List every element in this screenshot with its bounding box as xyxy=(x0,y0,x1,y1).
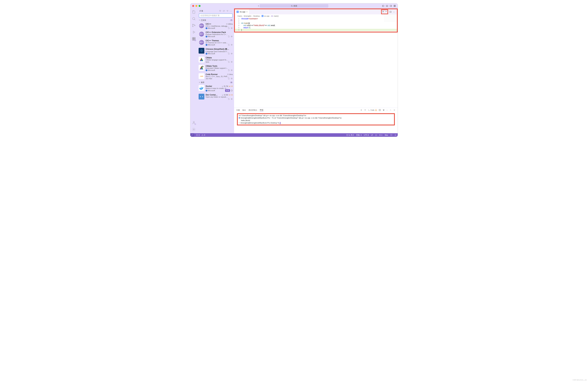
code-editor[interactable]: 1#include<iostream>23int main(){4 std::c… xyxy=(235,18,397,32)
minimap[interactable] xyxy=(384,14,397,22)
maximize-panel-icon[interactable] xyxy=(389,109,392,111)
extension-item[interactable]: C/C++ C/C++100ms C/C++ IntelliSense, deb… xyxy=(197,22,234,30)
layout-sidebar-left-icon[interactable] xyxy=(382,5,384,7)
gear-icon[interactable] xyxy=(231,52,233,55)
section-installed[interactable]: 已安装 7 xyxy=(197,18,234,22)
status-os[interactable]: Mac xyxy=(385,134,388,136)
close-panel-icon[interactable] xyxy=(393,109,396,111)
explorer-icon[interactable] xyxy=(192,10,196,14)
maximize-window[interactable] xyxy=(199,5,201,7)
tab-output[interactable]: 输出 xyxy=(242,109,246,112)
sync-icon[interactable] xyxy=(228,27,230,29)
more-icon[interactable]: ··· xyxy=(230,10,232,12)
refresh-icon[interactable] xyxy=(223,10,225,12)
workbench-body: 3 1 扩展 ··· 已安装 7 xyxy=(190,8,398,133)
command-center[interactable]: 搜索 xyxy=(260,4,328,8)
status-brackets[interactable]: { } xyxy=(375,134,377,136)
sync-icon[interactable] xyxy=(228,98,230,100)
status-encoding[interactable]: UTF-8 xyxy=(364,134,369,136)
svg-point-21 xyxy=(231,45,232,45)
clear-icon[interactable] xyxy=(226,10,229,12)
terminal-profile[interactable]: Code xyxy=(368,109,377,111)
chevron-down-icon[interactable] xyxy=(385,10,387,13)
source-control-icon[interactable] xyxy=(192,23,196,27)
svg-point-20 xyxy=(231,36,232,37)
chevron-down-icon[interactable] xyxy=(364,109,366,111)
gear-icon[interactable] xyxy=(231,61,233,63)
gear-icon[interactable] xyxy=(231,27,233,29)
run-icon[interactable] xyxy=(382,10,384,13)
svg-rect-13 xyxy=(192,39,194,40)
tab-problems[interactable]: 问题 xyxy=(236,109,240,112)
svg-rect-3 xyxy=(390,5,392,7)
settings-gear-icon[interactable] xyxy=(192,128,196,131)
layout-sidebar-right-icon[interactable] xyxy=(390,5,392,7)
close-icon[interactable]: × xyxy=(246,11,248,13)
sync-icon[interactable] xyxy=(228,69,230,71)
close-window[interactable] xyxy=(192,5,194,7)
status-lang[interactable]: C++ xyxy=(379,134,382,136)
search-icon xyxy=(291,5,293,7)
search-icon[interactable] xyxy=(192,17,196,21)
gear-icon[interactable] xyxy=(231,35,233,38)
status-errors[interactable]: 0 xyxy=(196,134,200,136)
new-terminal-icon[interactable] xyxy=(360,109,362,111)
layout-panel-icon[interactable] xyxy=(386,5,388,7)
debug-icon[interactable] xyxy=(192,30,196,34)
split-terminal-icon[interactable] xyxy=(379,109,381,111)
status-spaces[interactable]: 空格: 4 xyxy=(356,134,362,136)
status-feedback-icon[interactable] xyxy=(390,134,392,136)
more-icon[interactable]: ··· xyxy=(393,11,395,13)
svg-rect-6 xyxy=(394,6,395,7)
svg-rect-2 xyxy=(386,5,388,7)
extension-item[interactable]: C/C++ C/C++ Themes UI Themes for C/C++ e… xyxy=(197,39,234,47)
extension-item[interactable]: .run Code Runner14ms Run C, C++, Java, J… xyxy=(197,72,234,81)
layout-customize-icon[interactable] xyxy=(394,5,396,7)
kill-terminal-icon[interactable] xyxy=(382,109,385,111)
sync-icon[interactable] xyxy=(228,77,230,80)
sync-icon[interactable] xyxy=(228,44,230,46)
section-recommended[interactable]: 推荐 6 xyxy=(197,81,234,84)
gear-icon[interactable] xyxy=(231,44,233,46)
vscode-window: 搜索 3 1 扩展 xyxy=(190,3,398,137)
install-button[interactable]: 安装 xyxy=(225,89,230,92)
split-editor-icon[interactable] xyxy=(389,11,392,13)
extension-item[interactable]: CMake Tools Extended CMake support i… ✓M… xyxy=(197,64,234,72)
extensions-icon[interactable]: 3 xyxy=(192,37,196,41)
sync-icon[interactable] xyxy=(228,61,230,63)
tab-terminal[interactable]: 终端 xyxy=(260,109,263,112)
sync-icon[interactable] xyxy=(228,52,230,55)
gear-icon[interactable] xyxy=(231,98,233,100)
extensions-sidebar: 扩展 ··· 已安装 7 C/C++ C/C++100ms C/C++ Inte… xyxy=(197,8,234,133)
extension-item[interactable]: CMake CMake langage support fo… twxs xyxy=(197,56,234,64)
status-bell-icon[interactable] xyxy=(395,134,397,136)
minimize-window[interactable] xyxy=(195,5,197,7)
status-line-col[interactable]: 行 6, 列 2 xyxy=(346,134,354,136)
tab-debug[interactable]: 调试控制台 xyxy=(249,109,257,112)
gear-icon[interactable] xyxy=(231,77,233,80)
sync-icon[interactable] xyxy=(228,35,230,38)
chevron-down-icon xyxy=(199,19,200,21)
status-warnings[interactable]: 0 xyxy=(202,134,205,136)
filter-icon[interactable] xyxy=(219,10,221,12)
account-icon[interactable]: 1 xyxy=(192,121,196,125)
extension-item[interactable]: Chinese (Simplified) (简… Language pack e… xyxy=(197,47,234,56)
svg-point-10 xyxy=(192,26,193,27)
terminal[interactable]: cd "/Users/limengbin/Desktop/" && g++ ex… xyxy=(234,112,398,127)
more-icon[interactable]: ··· xyxy=(386,109,388,111)
extension-item[interactable]: C/C++ C/C++ Extension Pack Popular exten… xyxy=(197,30,234,39)
bottom-panel: 问题 输出 调试控制台 终端 Code ··· xyxy=(234,108,398,133)
gear-icon[interactable] xyxy=(231,69,233,71)
breadcrumbs[interactable]: Users › limengbin › Desktop › C+ ex.cpp … xyxy=(235,14,397,18)
tab-ex-cpp[interactable]: C+ ex.cpp × xyxy=(235,9,250,14)
extension-item[interactable]: Dev Contai…⭳ 19.4M ★ 4.5 Open any folder… xyxy=(197,93,234,101)
cpp-file-icon: C+ xyxy=(236,11,239,13)
svg-point-11 xyxy=(194,25,195,26)
nav-back-icon[interactable] xyxy=(257,5,260,7)
extensions-search-input[interactable] xyxy=(199,14,232,18)
svg-rect-31 xyxy=(272,16,273,17)
extension-item[interactable]: Docker⭳ 25.7M ★ 4.5 Makes it easy to cre… xyxy=(197,84,234,93)
status-eol[interactable]: LF xyxy=(371,134,373,136)
remote-indicator[interactable] xyxy=(190,133,194,137)
titlebar-actions xyxy=(382,5,396,7)
